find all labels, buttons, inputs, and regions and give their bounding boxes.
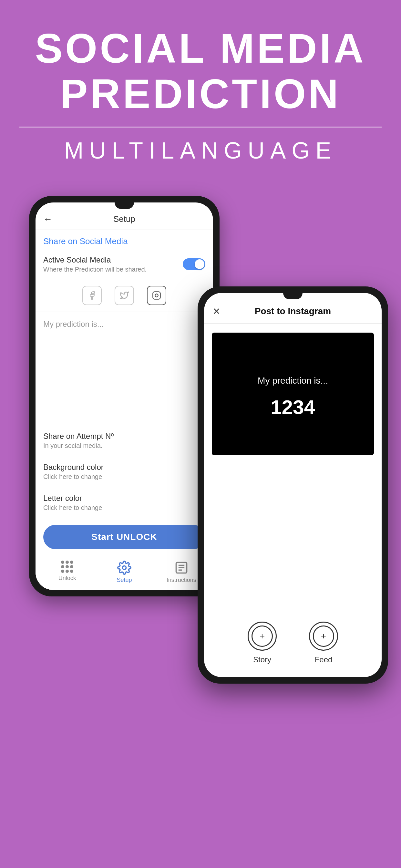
phones-section: ← Setup Share on Social Media Active Soc… (0, 177, 401, 725)
back-arrow[interactable]: ← (43, 214, 52, 224)
start-unlock-button[interactable]: Start UNLOCK (43, 525, 205, 549)
phone-setup: ← Setup Share on Social Media Active Soc… (29, 196, 220, 596)
active-social-sub: Where the Prediction will be shared. (43, 266, 183, 273)
phone-screen-instagram: × Post to Instagram My prediction is... … (204, 293, 382, 677)
nav-bar-setup: ← Setup (35, 209, 213, 230)
unlock-btn-wrap: Start UNLOCK (35, 518, 213, 556)
close-button[interactable]: × (213, 305, 220, 318)
active-social-toggle[interactable] (183, 258, 205, 270)
active-social-row: Active Social Media Where the Prediction… (35, 250, 213, 279)
header-section: SOCIAL MEDIA PREDICTION MULTILANGUAGE (0, 0, 401, 177)
phone2-nav: × Post to Instagram (204, 299, 382, 323)
phone-instagram: × Post to Instagram My prediction is... … (197, 286, 388, 684)
notch-1 (115, 203, 134, 209)
main-title: SOCIAL MEDIA PREDICTION (19, 26, 382, 117)
ig-prediction-text: My prediction is... (258, 376, 328, 386)
subtitle: MULTILANGUAGE (19, 137, 382, 164)
instagram-card-inner: My prediction is... 1234 (212, 333, 374, 455)
feed-icon: + (309, 622, 338, 651)
svg-point-2 (123, 566, 126, 569)
svg-rect-0 (153, 291, 160, 299)
social-icons-row (35, 279, 213, 312)
letter-color-sub: Click here to change (43, 504, 205, 512)
bottom-nav: Unlock Setup Instructi (35, 556, 213, 590)
gear-icon (117, 561, 131, 575)
feed-label: Feed (315, 655, 333, 664)
notch-2 (283, 293, 303, 299)
letter-color-label: Letter color (43, 494, 205, 503)
share-attempt-label: Share on Attempt Nº (43, 432, 205, 441)
phone-screen-setup: ← Setup Share on Social Media Active Soc… (35, 203, 213, 590)
unlock-icon (61, 561, 73, 573)
nav-item-setup[interactable]: Setup (96, 561, 153, 584)
instagram-icon[interactable] (147, 286, 166, 305)
active-social-label: Active Social Media (43, 255, 183, 265)
bg-color-row[interactable]: Background color Click here to change (35, 456, 213, 487)
story-option[interactable]: + Story (248, 622, 277, 664)
bg-color-label: Background color (43, 463, 205, 472)
share-attempt-row: Share on Attempt Nº In your social media… (35, 425, 213, 456)
nav-instructions-label: Instructions (166, 577, 196, 584)
nav-setup-label: Setup (117, 577, 132, 584)
instagram-preview-card: My prediction is... 1234 (212, 333, 374, 455)
ig-number: 1234 (271, 396, 315, 418)
twitter-icon[interactable] (115, 286, 134, 305)
instructions-icon (174, 561, 189, 575)
letter-color-row[interactable]: Letter color Click here to change (35, 487, 213, 518)
spacer (204, 464, 382, 609)
story-label: Story (253, 655, 271, 664)
prediction-placeholder: My prediction is... (43, 320, 104, 329)
share-header-text: Share on Social Media (43, 237, 128, 246)
nav-title-setup: Setup (113, 214, 135, 224)
facebook-icon[interactable] (82, 286, 102, 305)
bg-color-sub: Click here to change (43, 473, 205, 480)
share-attempt-sub: In your social media. (43, 442, 205, 450)
story-icon: + (248, 622, 277, 651)
post-options: + Story + Feed (204, 609, 382, 677)
divider (19, 127, 382, 128)
share-section-header: Share on Social Media (35, 230, 213, 250)
nav-unlock-label: Unlock (58, 575, 76, 582)
feed-option[interactable]: + Feed (309, 622, 338, 664)
phone2-nav-title: Post to Instagram (255, 306, 331, 316)
nav-item-unlock[interactable]: Unlock (39, 561, 96, 584)
prediction-text-area[interactable]: My prediction is... (35, 312, 213, 425)
toggle-thumb (195, 259, 204, 269)
